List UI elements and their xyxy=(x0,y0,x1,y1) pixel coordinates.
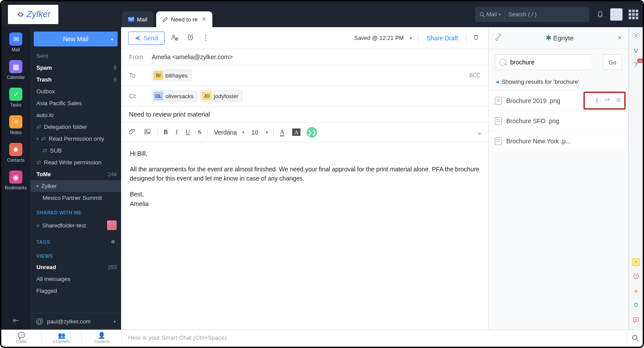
folder-rw-permission[interactable]: ⇄ Read Write permission xyxy=(30,156,121,168)
folder-sent[interactable]: Sent xyxy=(30,50,121,62)
folder-aps[interactable]: Asia Pacific Sales xyxy=(30,97,121,109)
add-tag-icon[interactable]: ⊕ xyxy=(111,239,115,245)
egnyte-result-brochure-sfo[interactable]: Brochure SFO .png xyxy=(489,110,628,131)
egnyte-search: Go xyxy=(495,54,622,70)
settings-gear-icon[interactable] xyxy=(629,32,643,41)
font-size-select[interactable]: 10 xyxy=(250,128,269,137)
folder-spam[interactable]: Spam6 xyxy=(30,62,121,74)
close-panel-icon[interactable]: × xyxy=(617,33,622,43)
tab-compose-draft[interactable]: Need to re × xyxy=(156,11,212,27)
chevron-down-icon[interactable]: ▾ xyxy=(114,319,116,324)
folder-auto[interactable]: auto.io xyxy=(30,109,121,121)
at-icon: @ xyxy=(36,317,43,326)
italic-icon[interactable]: I xyxy=(174,128,179,137)
attachment-icon[interactable] xyxy=(127,127,138,138)
folder-read-permission[interactable]: ▾⇄ Read Permission only xyxy=(30,133,121,145)
folder-zylker[interactable]: ▾ Zylker xyxy=(30,180,121,192)
rail-mail[interactable]: ✉Mail xyxy=(9,32,22,52)
rail-collapse-icon[interactable]: ⇤ xyxy=(13,316,19,325)
rail-bookmarks[interactable]: ◉Bookmarks xyxy=(5,170,27,190)
from-field: From Amelia <amelia@zylker.com> xyxy=(121,49,488,65)
folder-tome[interactable]: ToMe244 xyxy=(30,168,121,180)
underline-icon[interactable]: U xyxy=(184,128,192,137)
saved-dropdown-icon[interactable]: ▾ xyxy=(408,34,414,42)
svg-line-2 xyxy=(483,15,484,17)
more-options-icon[interactable]: ⋮ xyxy=(200,32,211,44)
chevron-down-icon[interactable]: ▾ xyxy=(111,37,113,42)
view-unread[interactable]: Unread293 xyxy=(30,261,121,273)
bottom-chats[interactable]: 💬Chats xyxy=(1,330,42,345)
back-caret-icon[interactable]: ◂ xyxy=(496,78,499,85)
send-button[interactable]: Send xyxy=(128,32,165,45)
alarm-widget-icon[interactable] xyxy=(629,272,643,281)
download-icon[interactable] xyxy=(594,97,600,104)
egnyte-results-header[interactable]: ◂ Showing results for 'brochure' xyxy=(489,75,628,90)
egnyte-search-input[interactable] xyxy=(495,54,591,70)
to-field[interactable]: To BI billhayes BCC xyxy=(121,65,488,86)
recipient-chip-oliversacks[interactable]: OL oliversacks xyxy=(152,90,197,102)
view-flagged[interactable]: Flagged xyxy=(30,285,121,297)
recipient-chip-billhayes[interactable]: BI billhayes xyxy=(152,70,192,81)
theme-icon[interactable]: ☀ xyxy=(629,288,643,295)
rail-tasks[interactable]: ✓Tasks xyxy=(9,88,22,107)
folder-delegation[interactable]: ⇄ Delegation folder xyxy=(30,121,121,133)
widget-v-icon[interactable]: V xyxy=(629,47,643,54)
tab-mail[interactable]: Mail xyxy=(122,11,154,27)
font-color-icon[interactable]: A xyxy=(278,128,286,137)
chat-widget-icon[interactable] xyxy=(629,316,643,325)
current-account[interactable]: @ paul@zylker.com ▾ xyxy=(30,313,121,330)
new-mail-button[interactable]: New Mail▾ xyxy=(34,32,118,46)
bcc-toggle[interactable]: BCC xyxy=(469,72,480,78)
global-search[interactable]: Mail ▾ Search ( / ) xyxy=(475,7,589,22)
share-draft-link[interactable]: Share Draft xyxy=(423,35,462,42)
svg-rect-0 xyxy=(128,17,134,22)
strikethrough-icon[interactable]: S xyxy=(196,128,203,137)
sticky-note-icon[interactable]: + xyxy=(632,258,640,266)
folder-outbox[interactable]: Outbox xyxy=(30,85,121,97)
help-icon[interactable]: New ? xyxy=(629,60,643,68)
cc-field[interactable]: Cc OL oliversacks JO jodyfoster xyxy=(121,86,488,107)
email-body-editor[interactable]: Hi Bill, All the arrangements for the ev… xyxy=(121,142,488,330)
folder-mexico-summit[interactable]: Mexico Partner Summit xyxy=(30,192,121,204)
toggle-format-bar-icon[interactable]: ⌄ xyxy=(476,128,482,136)
rail-calendar[interactable]: ▦Calendar xyxy=(7,60,25,80)
close-tab-icon[interactable]: × xyxy=(202,15,206,23)
delete-draft-icon[interactable] xyxy=(471,32,481,44)
bell-icon[interactable] xyxy=(596,11,604,18)
attach-contact-icon[interactable] xyxy=(169,32,180,45)
folder-sub[interactable]: ⇄ SUB xyxy=(30,145,121,156)
bg-color-icon[interactable]: A xyxy=(290,128,302,137)
brand-name: Zylker xyxy=(27,9,50,19)
brand-logo[interactable]: Zylker xyxy=(8,5,58,24)
search-scope[interactable]: Mail ▾ xyxy=(479,11,505,18)
subject-field[interactable]: Need to review print material xyxy=(121,107,488,123)
plug-icon[interactable] xyxy=(495,34,502,43)
from-value[interactable]: Amelia <amelia@zylker.com> xyxy=(152,53,233,60)
search-placeholder: Search ( / ) xyxy=(508,11,537,18)
egnyte-result-brochure-2019[interactable]: Brochure 2019 .png xyxy=(489,90,628,110)
recipient-chip-jodyfoster[interactable]: JO jodyfoster xyxy=(200,90,242,102)
folder-trash[interactable]: Trash6 xyxy=(30,74,121,85)
shared-folder-test[interactable]: w Sharedfolder-test xyxy=(30,218,121,233)
user-avatar[interactable] xyxy=(610,8,623,21)
bottom-search-icon[interactable] xyxy=(627,330,643,345)
egnyte-go-button[interactable]: Go xyxy=(603,54,622,70)
rail-notes[interactable]: ≡Notes xyxy=(9,115,22,135)
eco-plug-icon[interactable] xyxy=(629,302,643,310)
insert-image-icon[interactable] xyxy=(142,127,153,138)
reminder-icon[interactable] xyxy=(185,32,196,45)
compose-pane: Send ⋮ Saved @ 12:21 PM ▾ Share Draft Fr… xyxy=(121,27,489,330)
egnyte-result-brochure-ny[interactable]: Brochure New York .p... xyxy=(489,131,628,151)
shared-user-avatar xyxy=(107,220,117,230)
more-format-icon[interactable]: ❯❯ xyxy=(307,127,317,138)
bold-icon[interactable]: B xyxy=(162,128,169,137)
rail-contacts[interactable]: ☻Contacts xyxy=(7,143,24,163)
view-all-messages[interactable]: All messages xyxy=(30,273,121,285)
apps-grid-icon[interactable] xyxy=(629,10,638,19)
bottom-contacts[interactable]: 👤Contacts xyxy=(82,330,122,345)
eye-preview-icon[interactable] xyxy=(615,97,622,104)
smart-chat-input[interactable]: Here is your Smart Chat (Ctrl+Space) xyxy=(122,334,627,341)
bottom-channels[interactable]: 👥Channels xyxy=(42,330,82,345)
font-family-select[interactable]: Verdana xyxy=(212,128,245,137)
share-arrow-icon[interactable] xyxy=(605,97,611,104)
